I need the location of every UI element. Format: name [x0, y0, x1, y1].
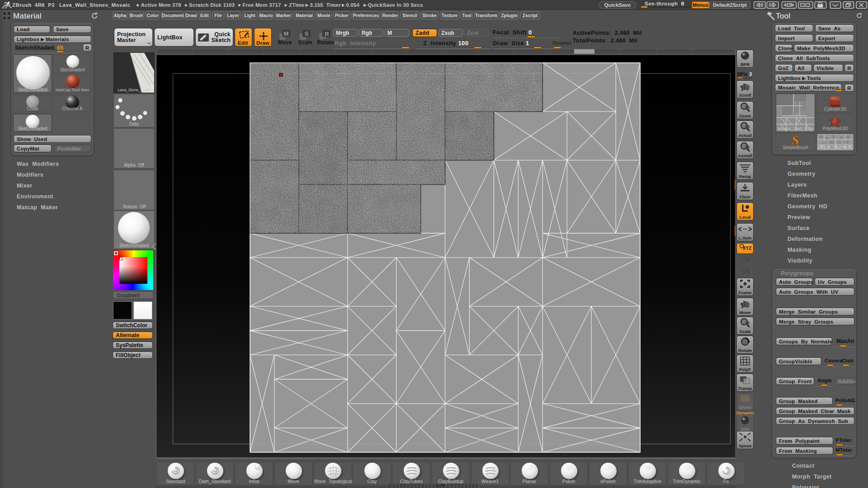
svg-text:XYZ: XYZ — [743, 246, 751, 251]
svg-text:Y: Y — [747, 257, 750, 263]
svg-text:Z: Z — [747, 268, 750, 274]
svg-text:S: S — [305, 30, 309, 37]
svg-text:R: R — [325, 31, 329, 38]
svg-text:M: M — [284, 30, 289, 37]
